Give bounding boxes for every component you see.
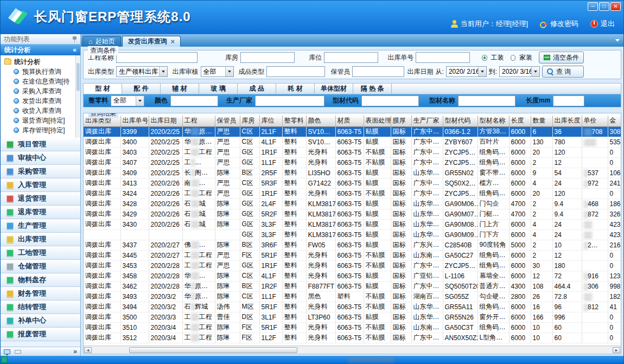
- more-icon[interactable]: »: [73, 348, 77, 355]
- profile-name-input[interactable]: [458, 95, 515, 106]
- tab-list-caret-icon[interactable]: [615, 39, 620, 42]
- sidebar-module[interactable]: 报废管理: [1, 328, 80, 341]
- change-password-button[interactable]: 修改密码: [540, 19, 578, 29]
- minimize-button[interactable]: ─: [588, 2, 598, 11]
- color-input[interactable]: [170, 95, 218, 106]
- radio-gongzhuang-label[interactable]: 工装: [491, 53, 504, 62]
- column-header[interactable]: 型材代码: [443, 116, 477, 126]
- search-button[interactable]: 查 询: [542, 66, 584, 78]
- column-header[interactable]: 材质: [335, 116, 364, 126]
- table-row[interactable]: 调拨出库34622020/2/28华▒原…陈琳B区1R2F整料F8877FT60…: [84, 281, 621, 291]
- tab-outbound-query[interactable]: 发货出库查询 ×: [122, 36, 181, 47]
- column-header[interactable]: 型材名称: [477, 116, 509, 126]
- horizontal-scrollbar[interactable]: ◂ ▸: [84, 346, 621, 354]
- scroll-right-arrow-icon[interactable]: ▸: [613, 347, 620, 353]
- sidebar-module[interactable]: 出库管理: [1, 233, 80, 246]
- table-row[interactable]: 调拨出库34132020/2/26南▒▒…严思C区5R3F整料G71422606…: [84, 178, 621, 188]
- tree-root[interactable]: 统计分析: [4, 57, 80, 67]
- table-row[interactable]: 调拨出库34372020/2/27佛▒▒…陈琳B区3R6F整料FW056063-…: [84, 240, 621, 250]
- radio-jiazhuang-label[interactable]: 家装: [519, 53, 532, 62]
- sidebar-module[interactable]: 审核中心: [1, 151, 80, 165]
- sidebar-module[interactable]: 补单中心: [1, 314, 80, 328]
- table-row[interactable]: 调拨出库34282020/2/26石▒▒城陈琳G区2L4F整料KLM381760…: [84, 199, 621, 209]
- table-row[interactable]: 调拨出库34942020/3/2石▒辉城汤伟M区5R1F整料光身料6063-T5…: [84, 302, 621, 312]
- material-tab[interactable]: 辅 材: [161, 84, 199, 94]
- tab-home[interactable]: ⌂ 起始页: [82, 36, 121, 47]
- scrollbar-thumb[interactable]: [129, 347, 297, 353]
- column-header[interactable]: 出库长度: [552, 116, 582, 126]
- column-header[interactable]: 膜厚: [391, 116, 411, 126]
- tab-close-icon[interactable]: ×: [171, 38, 175, 46]
- warehouse-input[interactable]: [240, 52, 295, 63]
- whole-piece-select[interactable]: 全部: [111, 95, 144, 106]
- tree-item[interactable]: 预算执行查询: [4, 67, 80, 76]
- tree-item[interactable]: 收货入库查询: [4, 106, 80, 116]
- status-app-icon[interactable]: [1, 356, 8, 363]
- table-row[interactable]: G区3L3F整料KLM38176063-T5贴膜国标山东华…GA90M09…门下…: [84, 229, 621, 240]
- table-row[interactable]: 调拨出库34532020/2/28工▒▒工程严思G区1R1F整料光身料6063-…: [84, 260, 621, 271]
- sidebar-module[interactable]: 工地管理: [1, 246, 80, 260]
- table-row[interactable]: 调拨出库34452020/2/27工▒▒工程严思F区5R1F整料光身料6063-…: [84, 250, 621, 260]
- tree-item[interactable]: 退货查询[待定]: [4, 116, 80, 125]
- table-row[interactable]: 调拨出库34002020/2/25华▒▒原…严思C区4L1F整料SV10…606…: [84, 137, 621, 147]
- material-tab[interactable]: 玻 璃: [199, 84, 238, 94]
- column-header[interactable]: 生产厂家: [411, 116, 443, 126]
- material-tab[interactable]: 隔 热 条: [353, 84, 392, 94]
- tree-scrollbar[interactable]: [75, 55, 80, 138]
- table-row[interactable]: 调拨出库35102020/3/4工▒▒工程陈琳F区5R1F整料光身料6063-T…: [84, 322, 621, 333]
- column-header[interactable]: 表面处理: [364, 116, 391, 126]
- order-no-input[interactable]: [416, 52, 470, 63]
- tree-item[interactable]: 发货出库查询: [4, 96, 80, 106]
- audit-select[interactable]: 全部: [201, 66, 234, 77]
- scroll-left-arrow-icon[interactable]: ◂: [84, 347, 92, 353]
- length-input[interactable]: [553, 95, 584, 106]
- chevron-down-icon[interactable]: [136, 96, 144, 106]
- clear-conditions-button[interactable]: 清空条件: [539, 52, 584, 63]
- monitor-icon[interactable]: [4, 349, 10, 354]
- product-type-input[interactable]: [266, 66, 325, 77]
- sidebar-module[interactable]: 采购管理: [1, 165, 80, 178]
- sidebar-module[interactable]: 物料盘存: [1, 273, 80, 287]
- location-input[interactable]: [324, 52, 378, 63]
- sidebar-module[interactable]: 项目管理: [1, 138, 80, 151]
- manufacturer-input[interactable]: [255, 95, 324, 106]
- column-header[interactable]: 整零料: [282, 116, 306, 126]
- keeper-input[interactable]: [352, 66, 404, 77]
- date-to-picker[interactable]: 2020/ 3/16: [499, 66, 540, 77]
- column-header[interactable]: 库位: [259, 116, 282, 126]
- sidebar-module[interactable]: 结转管理: [1, 301, 80, 314]
- chevron-down-icon[interactable]: [478, 67, 486, 76]
- column-header[interactable]: 保管员: [215, 116, 240, 126]
- tree-item[interactable]: 采购入库查询: [4, 86, 80, 96]
- table-row[interactable]: 调拨出库33992020/2/25华▒▒原…严思C区2L1F整料SV10…606…: [84, 126, 621, 137]
- material-tab[interactable]: 耗 材: [276, 84, 315, 94]
- sidebar-section-header[interactable]: 统计分析 «: [1, 44, 80, 55]
- material-tab[interactable]: 配 件: [122, 84, 161, 94]
- material-tab[interactable]: 单体型材: [315, 84, 353, 94]
- chevron-down-icon[interactable]: [225, 67, 233, 76]
- sidebar-module[interactable]: 仓储管理: [1, 260, 80, 273]
- column-header[interactable]: 出库日期: [149, 116, 182, 126]
- table-row[interactable]: 调拨出库34032020/2/25工▒▒工程严思G区1R1F整料光身料6063-…: [84, 147, 621, 157]
- column-header[interactable]: 库房: [240, 116, 259, 126]
- close-button[interactable]: ✕: [610, 2, 621, 11]
- sidebar-module[interactable]: 退库管理: [1, 206, 80, 219]
- material-tab[interactable]: 型 材: [84, 84, 122, 94]
- table-row[interactable]: 调拨出库34302020/2/26石▒▒城陈琳G区3L3F整料KLM381760…: [84, 219, 621, 229]
- out-type-select[interactable]: 生产领料出库: [116, 66, 168, 77]
- tree-item[interactable]: 在途信息查询[待: [4, 76, 80, 86]
- chevron-down-icon[interactable]: [531, 67, 539, 76]
- column-header[interactable]: 金: [608, 116, 621, 126]
- table-row[interactable]: 调拨出库34292020/2/26石▒▒城陈琳G区5R2F整料KLM381760…: [84, 209, 621, 219]
- column-header[interactable]: 颜色: [306, 116, 335, 126]
- table-row[interactable]: 调拨出库34092020/2/25长▒阁…陈琳B区2R5F整料LI35HO606…: [84, 168, 621, 178]
- sidebar-module[interactable]: 财务管理: [1, 287, 80, 301]
- table-row[interactable]: 调拨出库34242020/2/26工▒▒工程严思G区1R1F整料光身料6063-…: [84, 188, 621, 199]
- table-row[interactable]: 调拨出库34582020/2/28华▒▒…陈琳C区4L1F整料光身料6063-T…: [84, 271, 621, 281]
- table-row[interactable]: 调拨出库35122020/3/4工▒▒工程陈琳F区1L2F整料光身料6063-T…: [84, 333, 621, 343]
- profile-code-input[interactable]: [361, 95, 419, 106]
- sidebar-module[interactable]: 退货管理: [1, 192, 80, 206]
- column-header[interactable]: 数量: [531, 116, 552, 126]
- maximize-button[interactable]: □: [599, 2, 609, 11]
- tree-item[interactable]: 库存管理[待定]: [4, 125, 80, 135]
